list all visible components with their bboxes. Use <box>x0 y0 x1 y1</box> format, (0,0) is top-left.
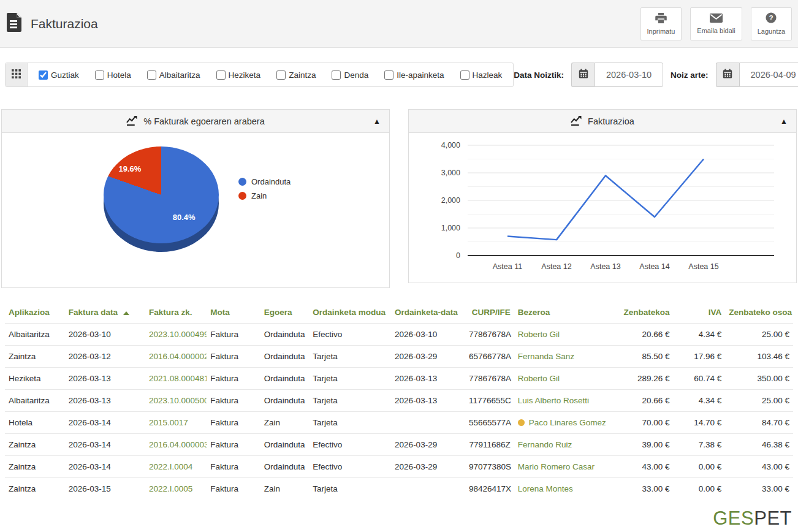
pie-chart-panel: % Fakturak egoeraren arabera ▲ 80.4% 19.… <box>1 109 390 288</box>
checkbox-label: Hotela <box>107 70 131 80</box>
cell-faktura_zk-link[interactable]: 2022.I.0005 <box>145 478 207 500</box>
send-email-button[interactable]: Emaila bidali <box>690 7 742 40</box>
question-circle-icon: ? <box>766 12 777 25</box>
checkbox-input[interactable] <box>276 70 286 80</box>
cell-egoera: Ordainduta <box>260 324 310 346</box>
pie-chart: 80.4% 19.6% <box>104 146 219 252</box>
cell-faktura_zk-link[interactable]: 2015.0017 <box>145 412 207 434</box>
checkbox-input[interactable] <box>147 70 156 80</box>
column-header-curp-ife[interactable]: CURP/IFE <box>465 303 514 324</box>
cell-egoera: Ordainduta <box>260 368 310 390</box>
cell-bezeroa-link[interactable]: Mario Romero Casar <box>514 456 606 478</box>
column-header-iva[interactable]: IVA <box>673 303 725 324</box>
cell-bezeroa-link[interactable]: Luis Alberto Rosetti <box>514 390 606 412</box>
svg-text:4,000: 4,000 <box>441 141 460 150</box>
column-header-zenbateko-osoa[interactable]: Zenbateko osoa <box>725 303 793 324</box>
line-panel-title: Fakturazioa <box>588 116 634 126</box>
column-header-faktura-zk-[interactable]: Faktura zk. <box>145 303 207 324</box>
cell-aplikazioa: Zaintza <box>5 478 65 500</box>
cell-aplikazioa: Zaintza <box>5 346 65 368</box>
category-checkbox-ile-apainketa[interactable]: Ile-apainketa <box>384 70 444 80</box>
category-checkbox-hazleak[interactable]: Hazleak <box>460 70 503 80</box>
cell-egoera: Ordainduta <box>260 456 310 478</box>
checkbox-input[interactable] <box>39 70 48 80</box>
column-header-label: Aplikazioa <box>9 308 50 317</box>
cell-faktura_zk-link[interactable]: 2022.I.0004 <box>145 456 207 478</box>
column-header-label: Zenbateko osoa <box>729 308 792 317</box>
checkbox-input[interactable] <box>95 70 104 80</box>
logo-pet: PET <box>754 507 792 529</box>
column-header-aplikazioa[interactable]: Aplikazioa <box>5 303 65 324</box>
cell-osoa: 25.00 € <box>725 324 793 346</box>
cell-ordainketa_data: 2026-03-10 <box>391 324 465 346</box>
category-checkbox-hotela[interactable]: Hotela <box>95 70 131 80</box>
cell-bezeroa-link[interactable]: Fernanda Sanz <box>514 346 606 368</box>
cell-curp: 77911686Z <box>465 434 514 456</box>
column-header-zenbatekoa[interactable]: Zenbatekoa <box>606 303 674 324</box>
collapse-caret-icon[interactable]: ▲ <box>373 117 381 126</box>
svg-text:Astea 14: Astea 14 <box>639 262 669 271</box>
category-checkbox-denda[interactable]: Denda <box>332 70 368 80</box>
cell-ordainketa_modua: Tarjeta <box>309 368 391 390</box>
column-header-ordainketa-data[interactable]: Ordainketa-data <box>391 303 465 324</box>
print-button[interactable]: Inprimatu <box>640 7 682 40</box>
cell-bezeroa-link[interactable]: Fernando Ruiz <box>514 434 606 456</box>
cell-faktura_data: 2026-03-15 <box>65 478 145 500</box>
category-checkbox-zaintza[interactable]: Zaintza <box>276 70 316 80</box>
filter-row: GuztiakHotelaAlbaitaritzaHeziketaZaintza… <box>5 63 793 87</box>
column-header-egoera[interactable]: Egoera <box>260 303 310 324</box>
cell-faktura_zk-link[interactable]: 2023.10.000499 <box>145 324 207 346</box>
cell-bezeroa-link[interactable]: Lorena Montes <box>514 478 606 500</box>
cell-faktura_data: 2026-03-14 <box>65 434 145 456</box>
grid-menu-button[interactable] <box>6 63 28 86</box>
column-header-ordainketa-modua[interactable]: Ordainketa modua <box>309 303 391 324</box>
table-row: Albaitaritza2026-03-132023.10.000500Fakt… <box>5 390 793 412</box>
date-from-input[interactable] <box>595 63 663 87</box>
cell-aplikazioa: Albaitaritza <box>5 390 65 412</box>
cell-osoa: 43.00 € <box>725 456 793 478</box>
cell-ordainketa_data: 2026-03-29 <box>391 456 465 478</box>
table-row: Zaintza2026-03-152022.I.0005FakturaZainT… <box>5 478 793 500</box>
column-header-faktura-data[interactable]: Faktura data <box>65 303 145 324</box>
collapse-caret-icon[interactable]: ▲ <box>780 117 788 126</box>
column-header-bezeroa[interactable]: Bezeroa <box>514 303 606 324</box>
printer-icon <box>655 13 667 25</box>
cell-faktura_zk-link[interactable]: 2021.08.000481 <box>145 368 207 390</box>
help-button[interactable]: ? Laguntza <box>751 7 792 40</box>
date-to-label: Noiz arte: <box>671 70 709 80</box>
invoice-document-icon <box>6 12 23 35</box>
cell-faktura_zk-link[interactable]: 2023.10.000500 <box>145 390 207 412</box>
cell-egoera: Ordainduta <box>260 434 310 456</box>
cell-iva: 4.34 € <box>673 324 725 346</box>
legend-label: Zain <box>251 191 267 200</box>
cell-bezeroa-link[interactable]: Roberto Gil <box>514 368 606 390</box>
checkbox-label: Albaitaritza <box>159 70 200 80</box>
checkbox-input[interactable] <box>460 70 469 80</box>
checkbox-input[interactable] <box>332 70 341 80</box>
date-from-calendar-button[interactable] <box>571 63 595 87</box>
date-to-input[interactable] <box>739 63 798 87</box>
cell-osoa: 25.00 € <box>725 390 793 412</box>
category-checkbox-heziketa[interactable]: Heziketa <box>216 70 261 80</box>
date-filters: Data Noiztik: Noiz arte: <box>514 63 798 87</box>
category-checkbox-guztiak[interactable]: Guztiak <box>39 70 79 80</box>
table-row: Albaitaritza2026-03-102023.10.000499Fakt… <box>5 324 793 346</box>
cell-iva: 14.70 € <box>673 412 725 434</box>
cell-mota: Faktura <box>207 346 260 368</box>
checkbox-input[interactable] <box>216 70 226 80</box>
svg-text:2,000: 2,000 <box>441 196 460 205</box>
cell-bezeroa-link[interactable]: Paco Linares Gomez <box>514 412 606 434</box>
cell-curp: 77867678A <box>465 324 514 346</box>
column-header-mota[interactable]: Mota <box>207 303 260 324</box>
svg-text:Astea 15: Astea 15 <box>688 262 718 271</box>
cell-bezeroa-link[interactable]: Roberto Gil <box>514 324 606 346</box>
cell-faktura_zk-link[interactable]: 2016.04.000003 <box>145 434 207 456</box>
category-checkbox-albaitaritza[interactable]: Albaitaritza <box>147 70 200 80</box>
cell-faktura_zk-link[interactable]: 2016.04.000002 <box>145 346 207 368</box>
svg-text:?: ? <box>769 13 773 21</box>
checkbox-input[interactable] <box>384 70 393 80</box>
cell-iva: 7.38 € <box>673 434 725 456</box>
date-to-calendar-button[interactable] <box>716 63 739 87</box>
table-header: AplikazioaFaktura dataFaktura zk.MotaEgo… <box>5 303 793 324</box>
cell-osoa: 103.46 € <box>725 346 793 368</box>
